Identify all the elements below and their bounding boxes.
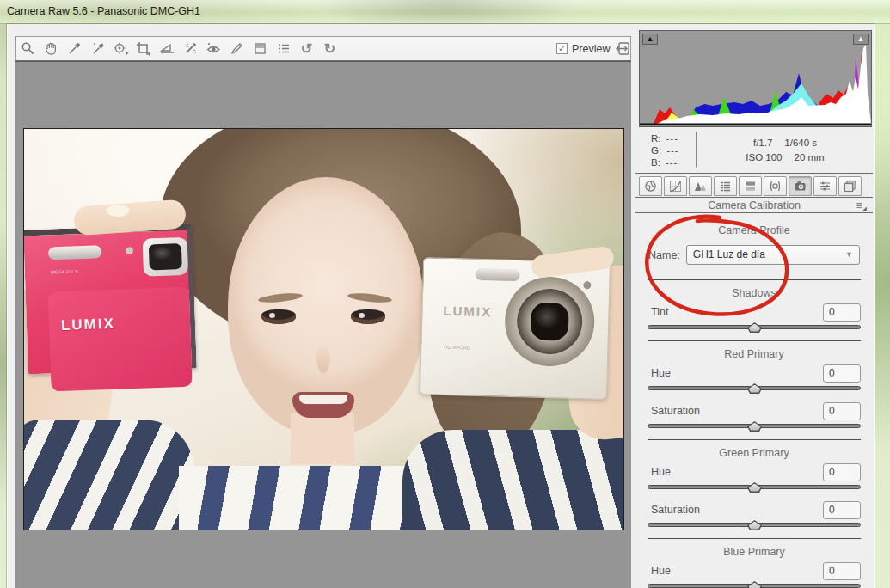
pink-camera-front-panel	[48, 287, 193, 392]
spot-removal-icon[interactable]	[179, 39, 202, 59]
red-eye-removal-icon[interactable]	[202, 39, 225, 59]
profile-name-row: Name: GH1 Luz de día ▼	[648, 245, 860, 265]
chevron-down-icon: ▼	[845, 246, 853, 264]
camera-profile-title: Camera Profile	[635, 224, 873, 236]
info-divider	[696, 132, 697, 168]
profile-name-dropdown[interactable]: GH1 Luz de día ▼	[686, 245, 860, 265]
red-hue-value-field[interactable]: 0	[823, 364, 861, 383]
adjustment-brush-icon[interactable]	[225, 39, 249, 59]
detail-tab-icon[interactable]	[689, 176, 712, 196]
white-camera: LUMIX HD AVCHD	[420, 257, 611, 400]
pink-camera-brand: LUMIX	[61, 315, 116, 334]
green-hue-slider[interactable]	[648, 482, 861, 493]
teeth	[299, 395, 347, 404]
preview-checkbox[interactable]: ✓	[556, 43, 568, 54]
panel-menu-icon[interactable]: ≡◢	[856, 200, 867, 214]
camera-calibration-panel: Camera Profile Name: GH1 Luz de día ▼ Sh…	[635, 213, 873, 588]
slider-thumb[interactable]	[747, 322, 762, 333]
name-label: Name:	[648, 249, 680, 261]
preferences-icon[interactable]	[272, 39, 295, 59]
graduated-filter-icon[interactable]	[249, 39, 272, 59]
lens-corrections-tab-icon[interactable]	[764, 176, 787, 196]
pink-camera-sub-label: MEGA O.I.S.	[51, 268, 80, 274]
rotate-right-icon[interactable]: ↻	[318, 39, 341, 59]
zoom-tool-icon[interactable]	[16, 39, 40, 59]
mouth	[292, 392, 354, 418]
blue-hue-slider[interactable]	[648, 581, 861, 588]
preview-label: Preview	[572, 43, 610, 55]
exif-readout: f/1.71/640 s ISO 10020 mm	[708, 136, 862, 165]
image-preview-area: MEGA O.I.S. LUMIX LUMIX HD AVCHD	[15, 61, 631, 588]
red-saturation-value-field[interactable]: 0	[823, 402, 861, 420]
green-primary-group: Green Primary Hue 0 Saturation 0	[635, 440, 873, 531]
white-camera-sensor	[583, 281, 591, 289]
red-saturation-slider[interactable]	[648, 421, 861, 432]
group-title: Green Primary	[635, 447, 873, 459]
targeted-adjustment-icon[interactable]	[109, 39, 132, 59]
white-camera-flash	[475, 268, 519, 281]
blue-primary-group: Blue Primary Hue 0 Saturation 0	[635, 539, 873, 588]
pink-camera: MEGA O.I.S. LUMIX	[23, 224, 197, 375]
crop-tool-icon[interactable]	[132, 39, 156, 59]
window-title: Camera Raw 5.6 - Panasonic DMC-GH1	[7, 5, 200, 17]
presets-tab-icon[interactable]	[813, 176, 837, 196]
exposure-info: R:--- G:--- B:--- f/1.71/640 s ISO 10020…	[639, 127, 872, 172]
slider-thumb[interactable]	[747, 520, 762, 530]
tone-curve-tab-icon[interactable]	[664, 176, 687, 196]
camera-raw-dialog: ↺ ↻ ✓ Preview	[7, 24, 875, 588]
rotate-left-icon[interactable]: ↺	[295, 39, 318, 59]
straighten-tool-icon[interactable]	[156, 39, 179, 59]
red-saturation-label: Saturation	[651, 405, 700, 417]
hsl-grayscale-tab-icon[interactable]	[714, 176, 737, 196]
pink-camera-lens	[143, 237, 189, 277]
panel-title: Camera Calibration	[708, 199, 801, 211]
red-hue-label: Hue	[651, 367, 671, 379]
camera-calibration-tab-icon[interactable]	[789, 176, 812, 196]
slider-thumb[interactable]	[747, 421, 762, 432]
slider-thumb[interactable]	[747, 581, 762, 588]
green-hue-label: Hue	[651, 466, 671, 478]
title-bar: Camera Raw 5.6 - Panasonic DMC-GH1	[0, 0, 890, 24]
tint-value-field[interactable]: 0	[823, 303, 861, 322]
green-saturation-label: Saturation	[651, 504, 700, 516]
group-title: Red Primary	[635, 348, 873, 360]
red-hue-slider[interactable]	[648, 383, 861, 395]
pink-camera-flash	[48, 245, 101, 260]
blue-hue-label: Hue	[651, 565, 671, 577]
split-toning-tab-icon[interactable]	[739, 176, 762, 196]
sweater-left	[23, 420, 194, 530]
shadow-clipping-toggle-icon[interactable]: ▲	[642, 34, 658, 45]
green-saturation-slider[interactable]	[648, 520, 861, 531]
blue-hue-value-field[interactable]: 0	[823, 562, 861, 580]
slider-thumb[interactable]	[747, 383, 762, 394]
white-camera-lens-glass	[531, 302, 569, 340]
tint-label: Tint	[651, 306, 668, 318]
group-title: Shadows	[635, 287, 873, 299]
white-balance-eyedropper-icon[interactable]	[63, 39, 86, 59]
profile-name-value: GH1 Luz de día	[693, 248, 765, 260]
histogram[interactable]: ▲ ▲	[639, 30, 872, 127]
shadows-group: Shadows Tint 0	[635, 280, 873, 334]
tint-slider[interactable]	[648, 322, 861, 334]
sweater-right	[402, 430, 624, 530]
toolbar: ↺ ↻ ✓ Preview	[15, 36, 631, 61]
highlight-clipping-toggle-icon[interactable]: ▲	[853, 34, 869, 45]
camera-calibration-header: Camera Calibration ≡◢	[635, 197, 873, 213]
green-saturation-value-field[interactable]: 0	[823, 501, 861, 519]
preview-toggle[interactable]: ✓ Preview	[556, 37, 610, 60]
green-hue-value-field[interactable]: 0	[823, 463, 861, 481]
pink-camera-sensor	[126, 247, 133, 254]
toggle-fullscreen-icon[interactable]	[613, 40, 634, 58]
rgb-readout: R:--- G:--- B:---	[651, 132, 679, 168]
color-sampler-icon[interactable]	[86, 39, 109, 59]
panel-divider	[635, 173, 873, 174]
snapshots-tab-icon[interactable]	[838, 176, 862, 196]
hand-tool-icon[interactable]	[40, 39, 63, 59]
right-eye	[351, 309, 385, 324]
slider-thumb[interactable]	[747, 482, 762, 493]
panel-tabs	[639, 176, 862, 196]
white-camera-brand: LUMIX	[443, 303, 492, 319]
photo-preview[interactable]: MEGA O.I.S. LUMIX LUMIX HD AVCHD	[23, 128, 624, 530]
pink-camera-lens-glass	[149, 243, 182, 270]
basic-tab-icon[interactable]	[639, 176, 662, 196]
